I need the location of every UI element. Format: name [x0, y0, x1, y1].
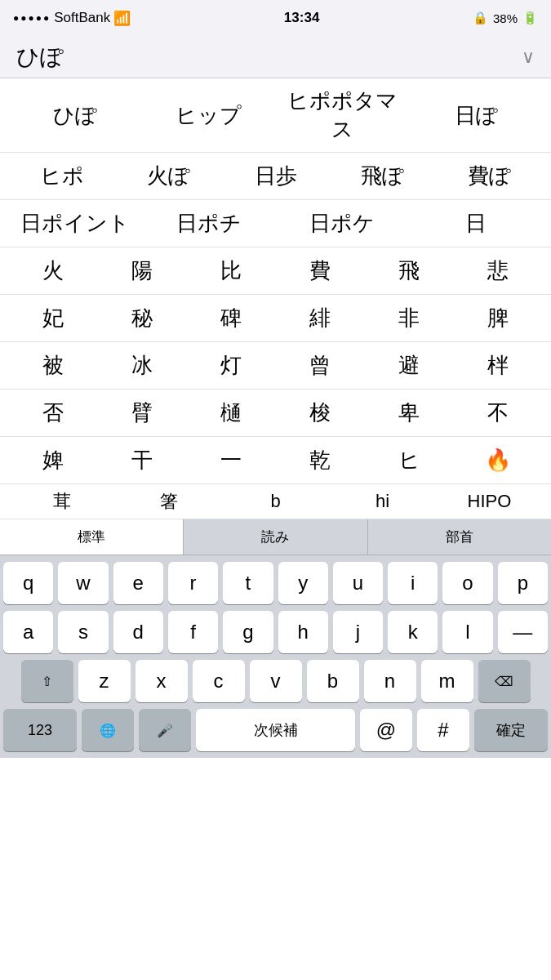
candidate-cell[interactable]: 柈	[454, 343, 543, 388]
key-j[interactable]: j	[333, 611, 383, 653]
key-h[interactable]: h	[278, 611, 328, 653]
key-e[interactable]: e	[113, 562, 163, 604]
key-r[interactable]: r	[168, 562, 218, 604]
candidate-cell[interactable]: 秘	[97, 296, 186, 341]
candidate-cell[interactable]: ひぽ	[8, 93, 142, 138]
candidate-cell[interactable]: 妃	[8, 296, 97, 341]
candidate-cell[interactable]: 非	[365, 296, 454, 341]
at-key[interactable]: @	[360, 709, 412, 751]
candidate-cell[interactable]: 日	[409, 201, 543, 246]
candidate-cell[interactable]: 不	[454, 390, 543, 435]
key-a[interactable]: a	[3, 611, 53, 653]
time-display: 13:34	[284, 10, 319, 26]
key-z[interactable]: z	[78, 660, 131, 702]
candidate-cell[interactable]: 冰	[97, 343, 186, 388]
keyboard-tabs: 標準読み部首	[0, 519, 551, 555]
keyboard-area: qwertyuiop asdfghjkl— ⇧ zxcvbnm⌫ 123🌐🎤次候…	[0, 555, 551, 758]
candidate-cell[interactable]: 一	[186, 438, 275, 483]
candidate-cell[interactable]: 日ポケ	[276, 201, 410, 246]
candidate-cell[interactable]: 卑	[365, 390, 454, 435]
wifi-icon: 📶	[113, 10, 131, 27]
candidate-cell[interactable]: 陽	[97, 248, 186, 293]
battery-icon: 🔋	[522, 11, 538, 25]
keyboard-tab[interactable]: 標準	[0, 519, 184, 555]
chevron-down-icon[interactable]: ∨	[522, 47, 535, 68]
key-b[interactable]: b	[307, 660, 359, 702]
key-c[interactable]: c	[193, 660, 245, 702]
candidate-cell[interactable]: 被	[8, 343, 97, 388]
keyboard-tab[interactable]: 部首	[368, 519, 551, 555]
key-f[interactable]: f	[168, 611, 218, 653]
candidate-row: 日ポイント日ポチ日ポケ日	[0, 200, 551, 247]
candidate-cell[interactable]: 碑	[186, 296, 275, 341]
key-d[interactable]: d	[113, 611, 163, 653]
candidate-cell[interactable]: 悲	[454, 248, 543, 293]
key-m[interactable]: m	[421, 660, 473, 702]
key-q[interactable]: q	[3, 562, 53, 604]
candidate-cell[interactable]: 日歩	[222, 154, 329, 198]
key-o[interactable]: o	[442, 562, 492, 604]
carrier-label: SoftBank	[54, 10, 110, 26]
candidate-cell[interactable]: 婢	[8, 438, 97, 483]
candidate-cell[interactable]: 日ポチ	[142, 201, 276, 246]
candidate-cell[interactable]: 費ぽ	[436, 154, 543, 198]
candidate-row: 茸箸bhiHIPO	[0, 484, 551, 519]
candidate-cell[interactable]: ヒポポタマス	[276, 78, 410, 152]
key-k[interactable]: k	[388, 611, 438, 653]
key-w[interactable]: w	[58, 562, 108, 604]
key-—[interactable]: —	[498, 611, 548, 653]
globe-key[interactable]: 🌐	[82, 709, 134, 751]
candidate-cell[interactable]: 箸	[115, 484, 222, 519]
candidate-cell[interactable]: 火ぽ	[115, 154, 222, 198]
candidate-cell[interactable]: ヒ	[365, 438, 454, 483]
confirm-key[interactable]: 確定	[474, 709, 548, 751]
next-candidate-key[interactable]: 次候補	[196, 709, 355, 751]
candidate-cell[interactable]: 緋	[276, 296, 365, 341]
shift-key[interactable]: ⇧	[21, 660, 73, 702]
candidate-cell[interactable]: ヒポ	[8, 154, 115, 198]
key-i[interactable]: i	[388, 562, 438, 604]
key-y[interactable]: y	[278, 562, 328, 604]
candidate-cell[interactable]: 否	[8, 390, 97, 435]
candidate-cell[interactable]: 飛ぽ	[329, 154, 436, 198]
key-x[interactable]: x	[136, 660, 188, 702]
candidate-cell[interactable]: 灯	[186, 343, 275, 388]
candidate-cell[interactable]: 飛	[365, 248, 454, 293]
key-p[interactable]: p	[498, 562, 548, 604]
keyboard-tab[interactable]: 読み	[184, 519, 367, 555]
delete-key[interactable]: ⌫	[478, 660, 531, 702]
candidate-row: 被冰灯曾避柈	[0, 342, 551, 390]
candidate-cell[interactable]: 干	[97, 438, 186, 483]
candidate-cell[interactable]: 曾	[276, 343, 365, 388]
candidate-cell[interactable]: 費	[276, 248, 365, 293]
ime-header: ひぽ ∨	[0, 36, 551, 78]
candidate-cell[interactable]: hi	[329, 486, 436, 517]
key-g[interactable]: g	[223, 611, 273, 653]
candidate-cell[interactable]: ヒップ	[142, 93, 276, 138]
candidate-cell[interactable]: 火	[8, 248, 97, 293]
candidate-cell[interactable]: 日ポイント	[8, 201, 142, 246]
candidate-cell[interactable]: 脾	[454, 296, 543, 341]
candidate-cell[interactable]: b	[222, 486, 329, 517]
hash-key[interactable]: #	[417, 709, 469, 751]
key-u[interactable]: u	[333, 562, 383, 604]
candidate-cell[interactable]: 臂	[97, 390, 186, 435]
candidate-cell[interactable]: 樋	[186, 390, 275, 435]
candidate-cell[interactable]: 避	[365, 343, 454, 388]
mic-key[interactable]: 🎤	[139, 709, 191, 751]
candidate-cell[interactable]: 🔥	[454, 439, 543, 481]
candidate-cell[interactable]: 茸	[8, 484, 115, 519]
status-left: ●●●●● SoftBank 📶	[13, 10, 131, 27]
key-n[interactable]: n	[364, 660, 416, 702]
ime-input-text: ひぽ	[16, 42, 64, 73]
key-v[interactable]: v	[250, 660, 302, 702]
candidate-cell[interactable]: 比	[186, 248, 275, 293]
key-l[interactable]: l	[442, 611, 492, 653]
candidate-cell[interactable]: HIPO	[436, 486, 543, 517]
numbers-key[interactable]: 123	[3, 709, 77, 751]
candidate-cell[interactable]: 梭	[276, 390, 365, 435]
candidate-cell[interactable]: 日ぽ	[409, 93, 543, 138]
candidate-cell[interactable]: 乾	[276, 438, 365, 483]
key-t[interactable]: t	[223, 562, 273, 604]
key-s[interactable]: s	[58, 611, 108, 653]
